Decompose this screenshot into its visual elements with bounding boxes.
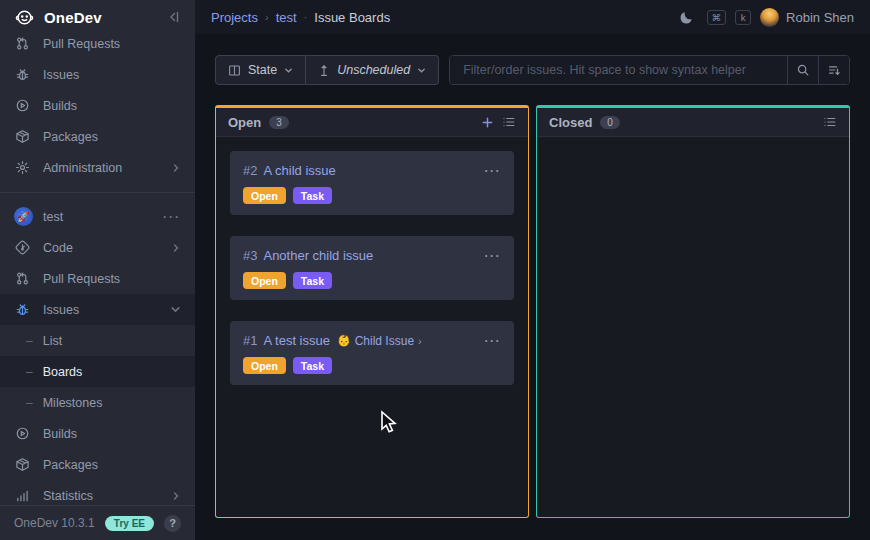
rocket-avatar-icon: 🚀 — [14, 207, 33, 226]
sidebar-item-label: Code — [43, 241, 165, 255]
sidebar-item-label: Packages — [43, 130, 181, 144]
column-header: Closed0 — [537, 108, 849, 137]
sidebar-item-milestones[interactable]: –Milestones — [0, 387, 195, 418]
chevron-down-icon — [284, 66, 293, 75]
top-header: Projects › test · Issue Boards ⌘ k Robin… — [195, 0, 870, 34]
column-count-badge: 3 — [269, 116, 289, 129]
sidebar-item-code[interactable]: Code — [0, 232, 195, 263]
breadcrumb-separator: · — [304, 11, 308, 23]
card-title-row: #3Another child issue··· — [243, 248, 501, 263]
sidebar-item-label: Issues — [43, 68, 181, 82]
milestone-dropdown-button[interactable]: Unscheduled — [306, 55, 439, 85]
sidebar-collapse-icon[interactable] — [166, 9, 182, 25]
column-body: #2A child issue···OpenTask#3Another chil… — [216, 137, 528, 517]
issue-number: #1 — [243, 333, 257, 348]
search-icon[interactable] — [787, 56, 818, 84]
card-more-icon[interactable]: ··· — [485, 167, 502, 175]
sidebar-item-label: Boards — [43, 365, 181, 379]
sidebar-nav-project: 🚀test···CodePull RequestsIssues–List–Boa… — [0, 201, 195, 505]
breadcrumb-separator: › — [265, 11, 269, 23]
state-dropdown-button[interactable]: State — [215, 55, 306, 85]
app-window: OneDev Pull RequestsIssuesBuildsPackages… — [0, 0, 870, 540]
sort-order-icon[interactable] — [818, 56, 849, 84]
sidebar-item-test[interactable]: 🚀test··· — [0, 201, 195, 232]
chart-icon — [14, 487, 31, 504]
play-circle-icon — [14, 97, 31, 114]
breadcrumb: Projects › test · Issue Boards — [211, 10, 679, 25]
chevron-right-icon — [171, 163, 181, 173]
sidebar-item-issues[interactable]: Issues — [0, 294, 195, 325]
main-area: Projects › test · Issue Boards ⌘ k Robin… — [195, 0, 870, 540]
task-badge: Task — [293, 187, 332, 204]
breadcrumb-project-link[interactable]: test — [276, 10, 297, 25]
content: State Unscheduled — [195, 34, 870, 540]
bug-icon — [14, 301, 31, 318]
sidebar-item-label: List — [43, 334, 181, 348]
column-title: Open — [228, 115, 261, 130]
code-icon — [14, 239, 31, 256]
gear-icon — [14, 159, 31, 176]
issue-number: #3 — [243, 248, 257, 263]
card-badges: OpenTask — [243, 187, 501, 204]
sidebar-item-builds[interactable]: Builds — [0, 90, 195, 121]
chevron-right-icon: › — [418, 335, 422, 347]
issue-title[interactable]: A test issue — [263, 333, 329, 348]
help-button[interactable]: ? — [164, 515, 181, 532]
card-badges: OpenTask — [243, 357, 501, 374]
toolbar: State Unscheduled — [215, 55, 850, 85]
breadcrumb-projects-link[interactable]: Projects — [211, 10, 258, 25]
sidebar-item-packages[interactable]: Packages — [0, 449, 195, 480]
card-more-icon[interactable]: ··· — [485, 337, 502, 345]
chevron-right-icon — [171, 243, 181, 253]
sidebar-item-packages[interactable]: Packages — [0, 121, 195, 152]
sidebar-item-builds[interactable]: Builds — [0, 418, 195, 449]
open-badge: Open — [243, 187, 286, 204]
column-menu-icon[interactable] — [502, 115, 516, 129]
package-icon — [14, 456, 31, 473]
sidebar-nav: Pull RequestsIssuesBuildsPackagesAdminis… — [0, 28, 195, 505]
sidebar-item-label: Builds — [43, 99, 181, 113]
sidebar-item-label: Pull Requests — [43, 272, 181, 286]
dark-mode-toggle-icon[interactable] — [679, 10, 694, 25]
user-menu[interactable]: Robin Shen — [760, 8, 854, 27]
add-issue-icon[interactable] — [481, 116, 494, 129]
linked-issue[interactable]: 👶Child Issue› — [337, 334, 422, 348]
column-body — [537, 137, 849, 517]
board-filter-group: State Unscheduled — [215, 55, 439, 85]
pull-request-icon — [14, 270, 31, 287]
sidebar-item-list[interactable]: –List — [0, 325, 195, 356]
issue-title[interactable]: A child issue — [263, 163, 335, 178]
onedev-logo-icon — [13, 6, 35, 28]
chevron-down-icon — [170, 304, 181, 315]
card-more-icon[interactable]: ··· — [485, 252, 502, 260]
issue-card[interactable]: #2A child issue···OpenTask — [230, 151, 514, 215]
sidebar-item-pull-requests[interactable]: Pull Requests — [0, 28, 195, 59]
link-spec-icon: 👶 — [337, 334, 351, 347]
column-menu-icon[interactable] — [823, 115, 837, 129]
board-column-closed: Closed0 — [536, 105, 850, 518]
sidebar-item-pull-requests[interactable]: Pull Requests — [0, 263, 195, 294]
sidebar-item-boards[interactable]: –Boards — [0, 356, 195, 387]
try-ee-badge[interactable]: Try EE — [105, 516, 154, 531]
issue-card[interactable]: #3Another child issue···OpenTask — [230, 236, 514, 300]
issue-board: Open3#2A child issue···OpenTask#3Another… — [215, 105, 850, 518]
bug-icon — [14, 66, 31, 83]
card-badges: OpenTask — [243, 272, 501, 289]
version-label: OneDev 10.3.1 — [14, 516, 95, 530]
sidebar-item-label: Statistics — [43, 489, 165, 503]
sidebar-item-issues[interactable]: Issues — [0, 59, 195, 90]
column-title: Closed — [549, 115, 592, 130]
sidebar-item-administration[interactable]: Administration — [0, 152, 195, 183]
sidebar-item-label: Issues — [43, 303, 164, 317]
filter-input[interactable] — [450, 56, 787, 84]
play-circle-icon — [14, 425, 31, 442]
board-column-open: Open3#2A child issue···OpenTask#3Another… — [215, 105, 529, 518]
sidebar-item-label: Administration — [43, 161, 165, 175]
more-actions-icon[interactable]: ··· — [163, 210, 181, 224]
card-title-row: #2A child issue··· — [243, 163, 501, 178]
sidebar-divider — [0, 192, 195, 193]
sidebar-item-statistics[interactable]: Statistics — [0, 480, 195, 505]
issue-card[interactable]: #1A test issue👶Child Issue›···OpenTask — [230, 321, 514, 385]
sidebar-item-label: Packages — [43, 458, 181, 472]
issue-title[interactable]: Another child issue — [263, 248, 373, 263]
